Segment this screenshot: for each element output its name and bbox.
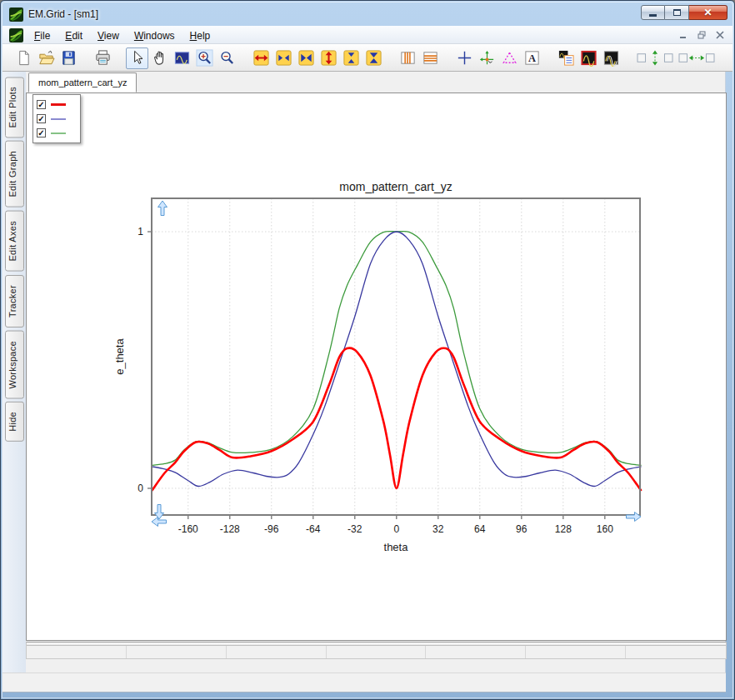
tracker-cursor-button[interactable] bbox=[476, 48, 498, 69]
x-tick-label: -96 bbox=[264, 523, 279, 535]
cursor-table-header bbox=[127, 642, 227, 645]
fit-vertical-button[interactable] bbox=[634, 48, 676, 69]
statusbar bbox=[2, 672, 726, 692]
cursor-table-cell bbox=[327, 646, 427, 658]
svg-text:A: A bbox=[528, 52, 536, 64]
text-annotation-button[interactable]: A bbox=[521, 48, 543, 69]
cursor-table-header bbox=[426, 642, 526, 645]
expand-x-button[interactable] bbox=[250, 48, 272, 69]
tracker-cursor-icon bbox=[478, 49, 496, 67]
legend-checkbox-e_total[interactable]: ✓ bbox=[37, 128, 46, 138]
titlebar[interactable]: EM.Grid - [sm1] bbox=[2, 2, 732, 26]
legend-checkbox-e_phi[interactable]: ✓ bbox=[37, 114, 46, 123]
legend-checkbox-e_theta[interactable]: ✓ bbox=[37, 100, 46, 109]
y-axis-handle-down[interactable] bbox=[155, 505, 164, 520]
shrink-y-button[interactable] bbox=[340, 48, 362, 69]
sidebar-tab-hide[interactable]: Hide bbox=[5, 402, 24, 442]
horizontal-cursors-button[interactable] bbox=[419, 48, 442, 69]
zoom-in-icon bbox=[196, 49, 213, 67]
sidebar-tab-edit-graph[interactable]: Edit Graph bbox=[5, 141, 24, 208]
sidebar-tab-edit-axes[interactable]: Edit Axes bbox=[5, 211, 24, 272]
sidebar-tab-edit-plots[interactable]: Edit Plots bbox=[5, 77, 24, 138]
legend-swatch-e_total bbox=[51, 132, 66, 134]
x-tick-label: -64 bbox=[306, 523, 321, 535]
series-e_total bbox=[152, 232, 642, 466]
pan-hand-button[interactable] bbox=[148, 48, 171, 69]
menu-file[interactable]: File bbox=[27, 28, 58, 43]
show-all-plots-button[interactable] bbox=[600, 48, 622, 69]
shrink-x-button[interactable] bbox=[272, 48, 295, 69]
fit-vertical-icon bbox=[636, 49, 674, 67]
cursor-table-header bbox=[227, 642, 327, 645]
y-tick-label: 1 bbox=[138, 226, 143, 238]
plot-properties-button[interactable] bbox=[555, 48, 578, 69]
fit-horizontal-button[interactable] bbox=[676, 48, 718, 69]
menu-help[interactable]: Help bbox=[182, 28, 218, 43]
x-tick-label: -128 bbox=[220, 523, 240, 535]
zoom-out-button[interactable] bbox=[216, 48, 238, 69]
y-axis-handle-up[interactable] bbox=[158, 201, 168, 216]
maximize-button[interactable] bbox=[665, 5, 689, 20]
sidebar-tab-tracker[interactable]: Tracker bbox=[5, 275, 24, 328]
tab-mom-pattern-cart-yz[interactable]: mom_pattern_cart_yz bbox=[28, 72, 137, 92]
cursor-table-cell bbox=[626, 646, 726, 658]
expand-y-button[interactable] bbox=[318, 48, 340, 69]
show-all-plots-icon bbox=[602, 49, 620, 67]
cursor-table-header bbox=[526, 642, 626, 645]
x-axis-handle-right[interactable] bbox=[627, 512, 642, 522]
legend: ✓✓✓ bbox=[32, 94, 81, 143]
menu-items: FileEditViewWindowsHelp bbox=[27, 28, 218, 42]
fit-horizontal-icon bbox=[678, 49, 716, 67]
tabstrip: mom_pattern_cart_yz bbox=[26, 72, 725, 92]
toolbar: ALayout bbox=[2, 44, 732, 72]
new-document-button[interactable] bbox=[12, 48, 35, 69]
chart-title: mom_pattern_cart_yz bbox=[339, 180, 452, 193]
cross-cursor-button[interactable] bbox=[453, 48, 476, 69]
layout-button[interactable]: Layout bbox=[729, 48, 732, 69]
caliper-icon bbox=[501, 49, 518, 67]
mdi-close-button[interactable] bbox=[711, 28, 729, 42]
cursor-table-cell bbox=[127, 646, 227, 658]
menu-view[interactable]: View bbox=[90, 28, 127, 43]
menu-windows[interactable]: Windows bbox=[127, 28, 182, 43]
new-document-icon bbox=[15, 49, 32, 67]
compress-y-icon bbox=[365, 49, 382, 67]
document-icon[interactable] bbox=[9, 27, 23, 42]
expand-x-icon bbox=[252, 49, 270, 67]
close-button[interactable]: ✕ bbox=[689, 5, 728, 20]
cursor-table-cell bbox=[426, 646, 526, 658]
mdi-minimize-button[interactable] bbox=[674, 28, 692, 42]
chart-canvas[interactable]: -160-128-96-64-32032649612816001mom_patt… bbox=[27, 93, 726, 640]
x-tick-label: -32 bbox=[348, 523, 362, 535]
x-tick-label: 0 bbox=[393, 523, 399, 535]
show-plot-button[interactable] bbox=[578, 48, 600, 69]
zoom-region-button[interactable] bbox=[171, 48, 193, 69]
text-annotation-icon: A bbox=[523, 49, 541, 67]
menu-edit[interactable]: Edit bbox=[58, 28, 90, 43]
cursor-table-cell bbox=[227, 646, 327, 658]
shrink-y-icon bbox=[342, 49, 360, 67]
cursor-table-cell bbox=[27, 646, 127, 658]
compress-y-button[interactable] bbox=[362, 48, 385, 69]
save-button[interactable] bbox=[58, 48, 80, 69]
open-file-button[interactable] bbox=[35, 48, 58, 69]
sidebar-tab-workspace[interactable]: Workspace bbox=[5, 331, 24, 399]
print-button[interactable] bbox=[92, 48, 114, 69]
mdi-client: Edit PlotsEdit GraphEdit AxesTrackerWork… bbox=[2, 72, 726, 672]
compress-x-button[interactable] bbox=[295, 48, 318, 69]
legend-item-e_total: ✓ bbox=[37, 126, 72, 140]
cursor-table bbox=[26, 642, 727, 659]
select-arrow-button[interactable] bbox=[126, 48, 148, 69]
x-tick-label: -160 bbox=[178, 523, 198, 535]
mdi-restore-button[interactable] bbox=[692, 28, 711, 42]
cursor-table-cell bbox=[526, 646, 626, 658]
caliper-button[interactable] bbox=[498, 48, 521, 69]
window-title: EM.Grid - [sm1] bbox=[28, 8, 98, 20]
expand-y-icon bbox=[320, 49, 338, 67]
vertical-cursors-button[interactable] bbox=[397, 48, 419, 69]
x-axis-label: theta bbox=[384, 541, 409, 553]
minimize-button[interactable] bbox=[641, 5, 665, 20]
zoom-in-button[interactable] bbox=[193, 48, 216, 69]
legend-swatch-e_phi bbox=[51, 118, 66, 120]
plot-frame bbox=[152, 198, 640, 515]
